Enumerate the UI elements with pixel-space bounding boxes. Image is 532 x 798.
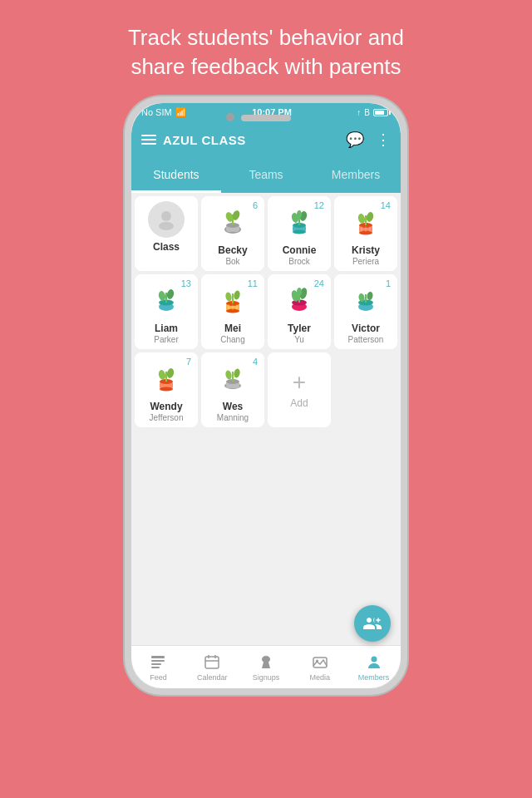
phone-screen: No SIM 📶 10:07 PM ↑ B AZUL CLASS [131,103,401,688]
svg-rect-63 [151,660,165,662]
phone-speaker [241,115,291,121]
bottom-nav-calendar[interactable]: Calendar [185,646,239,688]
feed-icon [149,653,167,672]
last-kristy: Periera [352,257,379,266]
class-name: Class [153,241,180,253]
members-icon [365,653,383,672]
svg-point-0 [161,211,171,221]
name-tyler: Tyler [288,323,311,334]
no-sim-label: No SIM [141,107,172,117]
tab-row: Students Teams Members [131,158,401,193]
location-icon: ↑ [357,108,361,117]
signups-icon [257,653,275,672]
chat-icon[interactable]: 💬 [346,131,364,149]
svg-point-54 [166,367,175,379]
nav-action-icons: 💬 ⋮ [346,131,391,149]
last-tyler: Yu [294,335,304,344]
wifi-icon: 📶 [175,107,187,118]
bottom-nav-media[interactable]: Media [293,646,347,688]
name-mei: Mei [224,323,241,334]
tab-teams[interactable]: Teams [221,158,311,193]
bottom-nav-members[interactable]: Members [347,646,401,688]
student-card-mei[interactable]: 11 Mei Chang [201,274,264,349]
svg-point-14 [297,210,302,219]
score-mei: 11 [248,278,258,288]
svg-point-59 [224,370,233,380]
svg-point-71 [316,659,318,662]
score-liam: 13 [181,278,191,288]
student-card-wes[interactable]: 4 Wes Manning [201,352,264,427]
last-wendy: Jefferson [150,413,184,422]
tab-members[interactable]: Members [311,158,401,193]
svg-rect-65 [151,667,160,668]
score-wendy: 7 [186,357,191,367]
score-wes: 4 [253,357,258,367]
score-connie: 12 [314,200,324,210]
bluetooth-icon: B [364,108,370,117]
more-icon[interactable]: ⋮ [376,131,391,149]
class-avatar [148,201,185,238]
student-card-victor[interactable]: 1 Victor Patterson [334,274,397,349]
svg-point-48 [367,292,374,301]
add-plus-icon: + [293,371,306,394]
svg-point-22 [357,213,367,224]
bottom-nav-feed[interactable]: Feed [131,646,185,688]
student-card-connie[interactable]: 12 Connie Brock [268,196,331,271]
bottom-nav-signups[interactable]: Signups [239,646,293,688]
name-wes: Wes [223,401,243,412]
svg-point-37 [233,290,241,300]
svg-point-10 [293,230,306,234]
score-tyler: 24 [314,278,324,288]
media-label: Media [310,673,331,682]
members-label: Members [358,673,390,682]
menu-icon[interactable] [141,135,156,145]
phone-frame: No SIM 📶 10:07 PM ↑ B AZUL CLASS [125,96,407,695]
svg-point-23 [366,211,375,223]
svg-point-53 [158,369,167,381]
name-becky: Becky [218,244,247,256]
plant-victor [346,279,386,319]
battery-icon [373,109,391,116]
last-mei: Chang [220,335,244,344]
name-wendy: Wendy [150,401,182,412]
last-liam: Parker [154,335,178,344]
media-icon [311,653,329,672]
svg-point-51 [160,387,173,392]
fab-add-members[interactable] [354,605,391,642]
tab-students[interactable]: Students [131,158,221,193]
plant-wendy [146,357,186,397]
nav-title: AZUL CLASS [163,133,346,147]
bottom-nav: Feed Calendar [131,645,401,688]
students-grid: Class 6 Becky Bok [131,193,401,645]
status-left: No SIM 📶 [141,107,187,118]
signups-label: Signups [253,673,280,682]
student-card-wendy[interactable]: 7 Wendy Jefferson [135,352,198,427]
svg-rect-64 [151,663,161,665]
student-card-kristy[interactable]: 14 Kristy Peri [334,196,397,271]
svg-point-1 [159,222,174,230]
svg-point-43 [297,288,302,296]
feed-label: Feed [150,673,167,682]
plant-wes [213,357,253,397]
svg-point-36 [224,292,233,302]
last-becky: Bok [225,257,239,266]
status-right: ↑ B [357,108,391,117]
svg-point-72 [371,656,377,662]
student-card-liam[interactable]: 13 Liam Parker [135,274,198,349]
calendar-icon [203,653,221,672]
name-victor: Victor [352,323,380,334]
class-card[interactable]: Class [135,196,198,271]
student-card-becky[interactable]: 6 Becky Bok [201,196,264,271]
student-card-tyler[interactable]: 24 Tyler Yu [268,274,331,349]
svg-point-28 [166,288,175,300]
calendar-label: Calendar [197,673,228,682]
last-victor: Patterson [348,335,384,344]
name-liam: Liam [155,323,178,334]
headline-text: Track students' behavior andshare feedba… [78,0,454,96]
add-student-card[interactable]: + Add [268,352,331,427]
svg-rect-62 [151,656,165,658]
svg-point-60 [233,368,241,378]
svg-rect-66 [205,657,219,668]
score-becky: 6 [253,200,258,210]
add-label: Add [290,397,308,409]
